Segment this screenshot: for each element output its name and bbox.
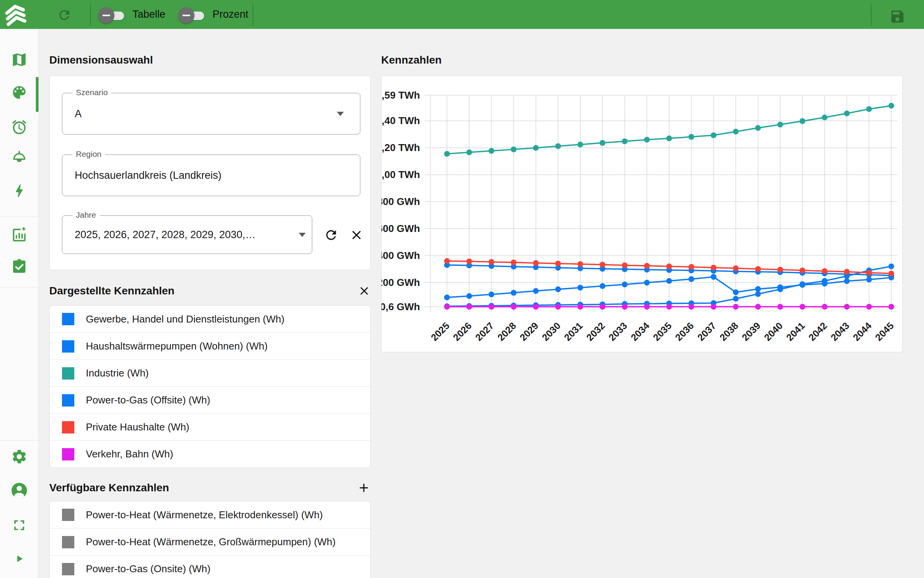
metric-row[interactable]: Private Haushalte (Wh) bbox=[50, 413, 370, 440]
data-point[interactable] bbox=[688, 264, 694, 270]
account-icon[interactable] bbox=[11, 482, 28, 499]
data-point[interactable] bbox=[800, 304, 805, 310]
data-point[interactable] bbox=[777, 267, 783, 272]
data-point[interactable] bbox=[755, 125, 761, 131]
data-point[interactable] bbox=[511, 260, 517, 265]
data-point[interactable] bbox=[466, 304, 472, 310]
metric-row[interactable]: Industrie (Wh) bbox=[50, 360, 370, 386]
region-field[interactable]: Region Hochsauerlandkreis (Landkreis) bbox=[62, 155, 360, 196]
data-point[interactable] bbox=[599, 283, 605, 289]
metric-row[interactable]: Power-to-Gas (Onsite) (Wh) bbox=[50, 555, 370, 578]
data-point[interactable] bbox=[755, 291, 761, 297]
data-point[interactable] bbox=[578, 304, 583, 310]
bolt-icon[interactable] bbox=[11, 182, 28, 199]
prozent-toggle[interactable] bbox=[181, 10, 204, 21]
data-point[interactable] bbox=[755, 286, 761, 292]
data-point[interactable] bbox=[733, 289, 739, 295]
metric-row[interactable]: Power-to-Gas (Offsite) (Wh) bbox=[50, 386, 370, 413]
data-point[interactable] bbox=[800, 267, 805, 273]
data-point[interactable] bbox=[800, 118, 805, 124]
data-point[interactable] bbox=[844, 304, 850, 310]
data-point[interactable] bbox=[578, 285, 583, 291]
data-point[interactable] bbox=[711, 132, 716, 138]
data-point[interactable] bbox=[688, 304, 694, 310]
metric-row[interactable]: Power-to-Heat (Wärmenetze, Elektrodenkes… bbox=[50, 501, 370, 528]
data-point[interactable] bbox=[711, 265, 716, 271]
data-point[interactable] bbox=[466, 150, 472, 155]
add-chart-icon[interactable] bbox=[11, 227, 28, 244]
data-point[interactable] bbox=[578, 261, 583, 267]
data-point[interactable] bbox=[444, 294, 450, 300]
remove-all-metrics-icon[interactable] bbox=[358, 284, 371, 297]
data-point[interactable] bbox=[688, 276, 694, 282]
data-point[interactable] bbox=[733, 304, 739, 310]
data-point[interactable] bbox=[644, 304, 650, 310]
data-point[interactable] bbox=[866, 277, 872, 282]
data-point[interactable] bbox=[622, 262, 628, 268]
data-point[interactable] bbox=[533, 260, 539, 266]
data-point[interactable] bbox=[511, 290, 517, 296]
data-point[interactable] bbox=[666, 135, 672, 141]
data-point[interactable] bbox=[889, 264, 894, 269]
metric-row[interactable]: Verkehr, Bahn (Wh) bbox=[50, 440, 370, 467]
data-point[interactable] bbox=[644, 280, 650, 286]
add-metric-icon[interactable] bbox=[357, 481, 371, 495]
data-point[interactable] bbox=[489, 259, 494, 265]
data-point[interactable] bbox=[822, 304, 827, 310]
data-point[interactable] bbox=[555, 286, 561, 292]
data-point[interactable] bbox=[822, 268, 827, 274]
data-point[interactable] bbox=[889, 271, 894, 276]
expand-arrow-icon[interactable] bbox=[13, 553, 25, 565]
chevron-down-icon[interactable] bbox=[337, 112, 344, 116]
data-point[interactable] bbox=[466, 293, 472, 299]
alarm-clock-icon[interactable] bbox=[11, 119, 28, 136]
metric-row[interactable]: Power-to-Heat (Wärmenetze, Großwärmepump… bbox=[50, 528, 370, 555]
data-point[interactable] bbox=[666, 304, 672, 310]
clipboard-check-icon[interactable] bbox=[11, 257, 28, 274]
data-point[interactable] bbox=[599, 304, 605, 310]
szenario-select[interactable]: Szenario A bbox=[62, 93, 360, 134]
data-point[interactable] bbox=[844, 278, 850, 284]
data-point[interactable] bbox=[866, 304, 872, 310]
data-point[interactable] bbox=[444, 258, 450, 264]
data-point[interactable] bbox=[555, 304, 561, 310]
metric-row[interactable]: Haushaltswärmepumpen (Wohnen) (Wh) bbox=[50, 333, 370, 360]
data-point[interactable] bbox=[733, 129, 739, 134]
data-point[interactable] bbox=[622, 138, 628, 144]
data-point[interactable] bbox=[866, 106, 872, 112]
data-point[interactable] bbox=[777, 286, 783, 292]
data-point[interactable] bbox=[489, 148, 494, 154]
save-icon[interactable] bbox=[889, 8, 906, 25]
data-point[interactable] bbox=[599, 140, 605, 146]
data-point[interactable] bbox=[755, 304, 761, 310]
data-point[interactable] bbox=[755, 266, 761, 272]
data-point[interactable] bbox=[555, 143, 561, 149]
data-point[interactable] bbox=[777, 304, 783, 310]
data-point[interactable] bbox=[889, 304, 894, 310]
jahre-refresh-icon[interactable] bbox=[324, 228, 338, 242]
data-point[interactable] bbox=[688, 134, 694, 140]
data-point[interactable] bbox=[599, 262, 605, 267]
jahre-clear-icon[interactable] bbox=[349, 228, 364, 242]
data-point[interactable] bbox=[711, 274, 716, 280]
metric-row[interactable]: Gewerbe, Handel und Dienstleistungen (Wh… bbox=[50, 306, 370, 333]
fullscreen-icon[interactable] bbox=[11, 517, 28, 534]
data-point[interactable] bbox=[866, 270, 872, 276]
tabelle-toggle[interactable] bbox=[101, 10, 124, 21]
data-point[interactable] bbox=[889, 103, 894, 109]
map-icon[interactable] bbox=[11, 51, 28, 68]
data-point[interactable] bbox=[578, 142, 583, 148]
jahre-select[interactable]: Jahre 2025, 2026, 2027, 2028, 2029, 2030… bbox=[62, 215, 312, 254]
app-logo-icon[interactable] bbox=[4, 3, 28, 27]
data-point[interactable] bbox=[533, 304, 539, 310]
data-point[interactable] bbox=[777, 122, 783, 128]
data-point[interactable] bbox=[822, 114, 827, 120]
chevron-down-icon[interactable] bbox=[299, 233, 306, 237]
data-point[interactable] bbox=[800, 281, 805, 287]
data-point[interactable] bbox=[733, 296, 739, 302]
settings-gear-icon[interactable] bbox=[11, 448, 28, 465]
data-point[interactable] bbox=[822, 278, 827, 284]
data-point[interactable] bbox=[844, 111, 850, 116]
data-point[interactable] bbox=[533, 145, 539, 151]
data-point[interactable] bbox=[533, 288, 539, 294]
